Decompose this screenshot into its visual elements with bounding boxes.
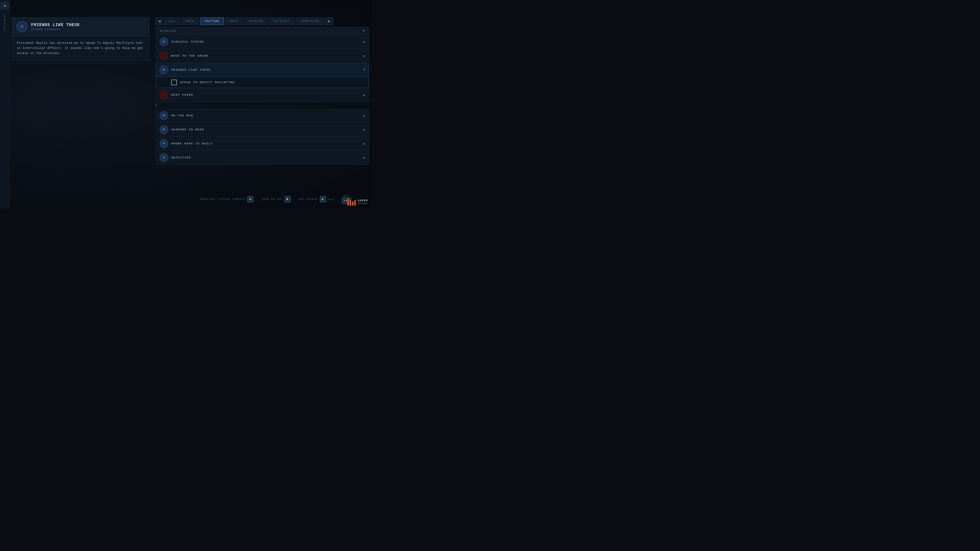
hold-label: HOLD: [328, 198, 334, 200]
mission-icon-uc-4: UC: [159, 125, 168, 134]
section-header-label: MISSION: [160, 30, 176, 33]
mission-icon-uc-5: UC: [159, 139, 168, 148]
mission-icon-red-2: ⬡: [159, 91, 168, 99]
mission-title-block: Friends Like These United Colonies: [31, 23, 80, 31]
mission-name-where-hope-is-built: WHERE HOPE IS BUILT: [171, 142, 360, 145]
show-map-key[interactable]: B: [285, 196, 291, 202]
mission-item-deep-cover[interactable]: ⬡ DEEP COVER ▶: [156, 88, 369, 102]
mission-item-friends-like-these[interactable]: UC FRIENDS LIKE THESE ▼: [156, 63, 369, 77]
mission-title: Friends Like These: [31, 23, 80, 27]
mission-chevron-deep-cover: ▶: [363, 93, 365, 97]
show-on-map-action: SHOW ON MAP B: [262, 196, 290, 202]
sidebar-collapse-button[interactable]: ◀: [1, 2, 9, 9]
group-divider: [156, 103, 369, 107]
watermark-bar-3: [352, 202, 353, 206]
mission-chevron-deputized: ▶: [363, 156, 365, 160]
faction-icon: UC: [16, 21, 27, 32]
mission-item-on-the-run[interactable]: UC ON THE RUN ▶: [156, 109, 369, 123]
watermark: GAMER GUIDES: [347, 198, 368, 206]
back-label: BACK: [344, 195, 349, 197]
show-active-targets-action: SHOW ONLY ACTIVE TARGETS U: [200, 196, 254, 202]
mission-icon-uc-6: UC: [159, 153, 168, 162]
mission-name-deputized: DEPUTIZED: [171, 156, 360, 159]
show-map-label: SHOW ON MAP: [262, 198, 282, 200]
mission-name-back-to-grind: BACK TO THE GRIND: [171, 54, 360, 57]
watermark-logo: [347, 198, 356, 206]
mission-chevron-surgical-strike: ▶: [363, 40, 365, 44]
missions-list-panel: ◀ ALL MAIN FACTION MISC MISSION ACTIVITY…: [156, 17, 369, 165]
tab-all[interactable]: ALL: [164, 17, 180, 25]
watermark-bar-2: [350, 200, 351, 206]
faction-emblem: UC: [21, 25, 23, 28]
mission-item-where-hope-is-built[interactable]: UC WHERE HOPE IS BUILT ▶: [156, 137, 369, 151]
mission-chevron-shadows-in-neon: ▶: [363, 128, 365, 132]
section-header[interactable]: MISSION ▼: [156, 27, 369, 35]
mission-detail-panel: UC Friends Like These United Colonies Pr…: [11, 17, 149, 61]
tab-completed[interactable]: COMPLETED: [296, 17, 324, 25]
tab-misc[interactable]: MISC: [225, 17, 243, 25]
watermark-text: GAMER GUIDES: [358, 199, 368, 205]
sidebar-label: MISSIONS: [3, 13, 6, 30]
mission-chevron-on-the-run: ▶: [363, 114, 365, 118]
mission-description: President Abello has directed me to spea…: [12, 36, 149, 60]
mission-item-deputized[interactable]: UC DEPUTIZED ▶: [156, 151, 369, 165]
mission-item-surgical-strike[interactable]: UC SURGICAL STRIKE ▶: [156, 35, 369, 49]
tab-mission[interactable]: MISSION: [244, 17, 268, 25]
mission-name-on-the-run: ON THE RUN: [171, 114, 360, 117]
mission-icon-uc-2: UC: [159, 65, 168, 74]
mission-name-friends-like-these: FRIENDS LIKE THESE: [171, 68, 360, 71]
mission-name-shadows-in-neon: SHADOWS IN NEON: [171, 128, 360, 131]
mission-header: UC Friends Like These United Colonies: [12, 17, 149, 36]
mission-name-deep-cover: DEEP COVER: [171, 94, 360, 97]
sidebar-arrow-icon: ◀: [4, 4, 6, 8]
bottom-bar: SHOW ONLY ACTIVE TARGETS U SHOW ON MAP B…: [0, 195, 372, 203]
mission-subtitle: United Colonies: [31, 28, 80, 31]
mission-chevron-back-to-grind: ▶: [363, 54, 365, 58]
mission-name-surgical-strike: SURGICAL STRIKE: [171, 40, 360, 43]
watermark-bar-1: [347, 198, 349, 206]
set-course-action: SET COURSE R HOLD: [299, 196, 334, 202]
tab-main[interactable]: MAIN: [181, 17, 199, 25]
set-course-key[interactable]: R: [320, 196, 326, 202]
sub-item-checkbox[interactable]: [171, 79, 177, 85]
tab-nav-right[interactable]: ▶: [325, 17, 333, 25]
sub-item-speak-deputy[interactable]: SPEAK TO DEPUTY MACINTYRE: [156, 77, 369, 88]
tab-activity[interactable]: ACTIVITY: [269, 17, 295, 25]
tab-nav-left[interactable]: ◀: [156, 17, 163, 25]
watermark-bar-4: [354, 200, 356, 206]
mission-chevron-where-hope-is-built: ▶: [363, 142, 365, 146]
mission-chevron-friends-like-these: ▼: [363, 68, 365, 72]
mission-icon-uc-3: UC: [159, 111, 168, 120]
section-header-arrow-icon: ▼: [363, 29, 365, 33]
tab-bar: ◀ ALL MAIN FACTION MISC MISSION ACTIVITY…: [156, 17, 369, 25]
sidebar: ◀ MISSIONS: [0, 0, 10, 208]
show-active-label: SHOW ONLY ACTIVE TARGETS: [200, 198, 245, 200]
mission-icon-uc: UC: [159, 38, 168, 46]
sub-item-label: SPEAK TO DEPUTY MACINTYRE: [180, 81, 235, 84]
show-active-key[interactable]: U: [247, 196, 253, 202]
mission-item-back-to-grind[interactable]: ✦ BACK TO THE GRIND ▶: [156, 49, 369, 63]
tab-faction[interactable]: FACTION: [200, 17, 224, 25]
set-course-label: SET COURSE: [299, 198, 318, 200]
mission-icon-red: ✦: [159, 52, 168, 60]
mission-item-shadows-in-neon[interactable]: UC SHADOWS IN NEON ▶: [156, 123, 369, 137]
